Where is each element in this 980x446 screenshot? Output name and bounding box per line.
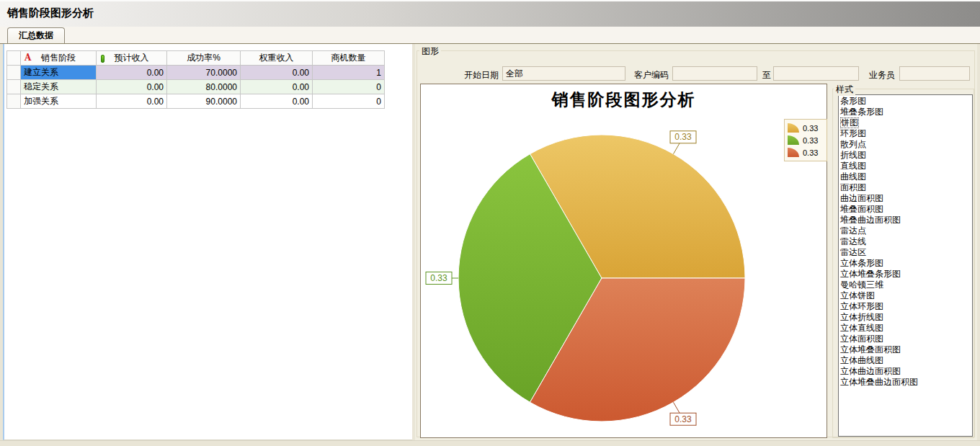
legend-swatch-icon: [788, 135, 799, 145]
pie-chart[interactable]: 0.330.330.33: [421, 84, 827, 437]
style-option-label: 雷达区: [840, 247, 866, 257]
row-indicator[interactable]: [7, 66, 21, 80]
value-cell[interactable]: 70.0000: [167, 66, 241, 80]
style-option-label: 曲边面积图: [840, 193, 883, 203]
pie-slice-label: 0.33: [430, 273, 447, 283]
column-header-label: 商机数量: [331, 53, 366, 63]
style-option-label: 雷达线: [840, 236, 866, 246]
style-option[interactable]: 立体环形图: [839, 301, 972, 312]
value-cell[interactable]: 0.00: [241, 80, 313, 94]
legend-label: 0.33: [803, 124, 818, 133]
style-option[interactable]: 饼图: [839, 117, 972, 128]
style-option[interactable]: 环形图: [839, 128, 972, 139]
value-cell[interactable]: 90.0000: [167, 94, 241, 109]
chart-panel: 销售阶段图形分析 0.330.330.33 0.330.330.33: [420, 84, 827, 438]
stage-cell[interactable]: 加强关系: [21, 94, 97, 109]
stage-cell[interactable]: 建立关系: [21, 66, 97, 80]
value-cell[interactable]: 80.0000: [167, 80, 241, 94]
value-cell[interactable]: 0: [313, 94, 385, 109]
legend-swatch-icon: [788, 148, 799, 157]
style-option-label: 立体条形图: [840, 258, 883, 268]
tab-summary-data[interactable]: 汇总数据: [7, 27, 65, 43]
stage-table-body: 建立关系0.0070.00000.001稳定关系0.0080.00000.000…: [7, 66, 385, 109]
column-header-label: 成功率%: [187, 53, 220, 63]
style-option-label: 立体直线图: [840, 323, 883, 333]
style-option-label: 立体折线图: [840, 312, 883, 322]
table-row: 建立关系0.0070.00000.001: [7, 66, 385, 80]
style-option-label: 堆叠曲边面积图: [840, 215, 901, 225]
value-cell[interactable]: 0.00: [97, 80, 167, 94]
column-header[interactable]: 成功率%: [167, 51, 241, 66]
row-indicator[interactable]: [7, 94, 21, 109]
stage-cell[interactable]: 稳定关系: [21, 80, 97, 94]
value-cell[interactable]: 1: [313, 66, 385, 80]
style-option[interactable]: 雷达区: [839, 247, 972, 258]
pie-slice-label: 0.33: [674, 132, 692, 142]
style-option[interactable]: 立体面积图: [839, 334, 972, 344]
value-cell[interactable]: 0: [313, 80, 385, 94]
salesperson-input[interactable]: [899, 66, 970, 81]
legend-item: 0.33: [788, 146, 824, 159]
customer-code-label: 客户编码: [634, 69, 669, 81]
column-header-label: 权重收入: [259, 53, 294, 63]
legend-swatch-icon: [788, 123, 799, 133]
style-option-label: 直线图: [840, 161, 866, 171]
style-option-label: 折线图: [840, 150, 866, 160]
style-option[interactable]: 堆叠曲边面积图: [839, 215, 972, 226]
style-option-label: 立体曲边面积图: [840, 366, 901, 376]
chart-legend: 0.330.330.33: [784, 119, 827, 161]
style-option[interactable]: 曼哈顿三维: [839, 280, 972, 290]
customer-code-from-input[interactable]: [672, 66, 757, 81]
numeric-icon: [101, 55, 104, 63]
start-date-label: 开始日期: [464, 69, 499, 81]
style-option-label: 曲线图: [840, 171, 866, 182]
style-option[interactable]: 立体折线图: [839, 312, 972, 323]
legend-item: 0.33: [788, 122, 824, 134]
column-header[interactable]: 权重收入: [241, 51, 313, 66]
style-option[interactable]: 立体曲线图: [839, 355, 972, 366]
style-option[interactable]: 曲线图: [839, 171, 972, 182]
start-date-input[interactable]: [502, 66, 625, 81]
column-header[interactable]: A销售阶段: [21, 51, 97, 66]
column-header[interactable]: 商机数量: [313, 51, 385, 66]
style-option-label: 堆叠面积图: [840, 204, 883, 214]
summary-grid-panel: A销售阶段预计收入成功率%权重收入商机数量 建立关系0.0070.00000.0…: [3, 44, 412, 440]
style-option[interactable]: 雷达点: [839, 226, 972, 236]
column-header-label: 预计收入: [115, 53, 149, 63]
style-option[interactable]: 折线图: [839, 150, 972, 161]
graph-panel: 图形 开始日期 客户编码 至 业务员 销售阶段图形分析 0.330.330.33…: [415, 44, 977, 440]
style-option[interactable]: 曲边面积图: [839, 193, 972, 204]
style-option[interactable]: 散列点: [839, 139, 972, 150]
window-title: 销售阶段图形分析: [7, 6, 94, 20]
column-header[interactable]: 预计收入: [97, 51, 167, 66]
style-option[interactable]: 堆叠面积图: [839, 204, 972, 215]
style-option[interactable]: 立体堆叠曲边面积图: [839, 377, 972, 388]
customer-code-to-input[interactable]: [773, 66, 859, 81]
style-option[interactable]: 立体条形图: [839, 258, 972, 269]
value-cell[interactable]: 0.00: [97, 94, 167, 109]
salesperson-label: 业务员: [868, 69, 895, 81]
row-indicator[interactable]: [7, 80, 21, 94]
style-option[interactable]: 堆叠条形图: [839, 107, 972, 117]
window-titlebar: 销售阶段图形分析: [0, 0, 980, 27]
style-option-label: 条形图: [840, 96, 866, 106]
style-option[interactable]: 立体堆叠面积图: [839, 344, 972, 355]
table-row: 稳定关系0.0080.00000.000: [7, 80, 385, 94]
style-option[interactable]: 立体饼图: [839, 290, 972, 301]
style-option[interactable]: 面积图: [839, 182, 972, 193]
style-option-label: 面积图: [840, 182, 866, 192]
value-cell[interactable]: 0.00: [97, 66, 167, 80]
style-option-label: 立体堆叠面积图: [840, 344, 901, 354]
style-option-label: 饼图: [840, 117, 859, 128]
style-option[interactable]: 雷达线: [839, 236, 972, 247]
to-label: 至: [761, 69, 771, 81]
style-option[interactable]: 立体直线图: [839, 323, 972, 334]
style-list[interactable]: 条形图堆叠条形图饼图环形图散列点折线图直线图曲线图面积图曲边面积图堆叠面积图堆叠…: [838, 94, 973, 437]
style-option[interactable]: 立体堆叠条形图: [839, 269, 972, 280]
value-cell[interactable]: 0.00: [241, 66, 313, 80]
style-option[interactable]: 立体曲边面积图: [839, 366, 972, 377]
style-group-label: 样式: [834, 84, 855, 96]
style-option[interactable]: 直线图: [839, 161, 972, 171]
style-option[interactable]: 条形图: [839, 96, 972, 107]
value-cell[interactable]: 0.00: [241, 94, 313, 109]
